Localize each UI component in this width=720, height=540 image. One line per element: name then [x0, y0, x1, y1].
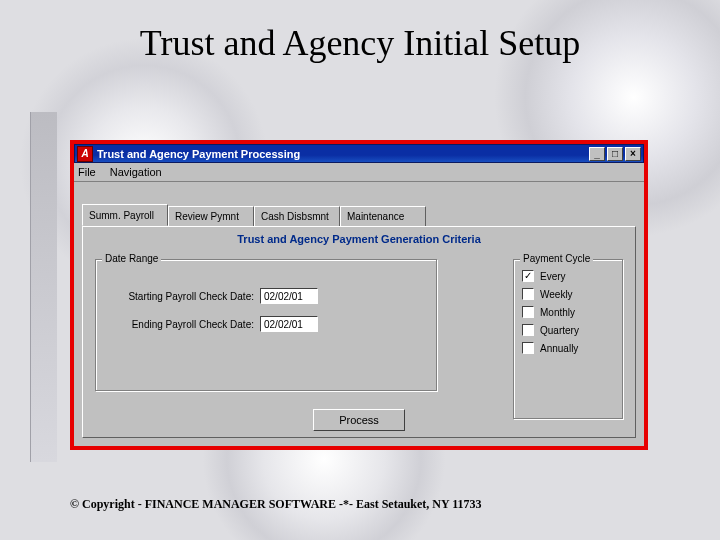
- cycle-option-every[interactable]: ✓ Every: [522, 270, 614, 282]
- menu-navigation[interactable]: Navigation: [110, 166, 162, 178]
- cycle-option-annually[interactable]: Annually: [522, 342, 614, 354]
- end-date-input[interactable]: 02/02/01: [260, 316, 318, 332]
- cycle-label: Every: [540, 271, 566, 282]
- date-range-group: Date Range Starting Payroll Check Date: …: [95, 259, 437, 391]
- checkbox-icon: [522, 306, 534, 318]
- app-icon: A: [77, 146, 93, 162]
- window-title: Trust and Agency Payment Processing: [97, 148, 587, 160]
- start-date-label: Starting Payroll Check Date:: [104, 291, 254, 302]
- checkbox-icon: [522, 288, 534, 300]
- slide-title: Trust and Agency Initial Setup: [0, 22, 720, 64]
- payment-cycle-group: Payment Cycle ✓ Every Weekly: [513, 259, 623, 419]
- start-date-input[interactable]: 02/02/01: [260, 288, 318, 304]
- copyright: © Copyright - FINANCE MANAGER SOFTWARE -…: [70, 497, 482, 512]
- cycle-option-weekly[interactable]: Weekly: [522, 288, 614, 300]
- cycle-label: Annually: [540, 343, 578, 354]
- date-range-legend: Date Range: [102, 253, 161, 264]
- cycle-label: Weekly: [540, 289, 573, 300]
- end-date-label: Ending Payroll Check Date:: [104, 319, 254, 330]
- cycle-option-monthly[interactable]: Monthly: [522, 306, 614, 318]
- checkbox-icon: [522, 324, 534, 336]
- client-area: Summ. Payroll Review Pymnt Cash Disbsmnt…: [74, 182, 644, 446]
- tabs-row: Summ. Payroll Review Pymnt Cash Disbsmnt…: [82, 206, 426, 226]
- minimize-button[interactable]: _: [589, 147, 605, 161]
- maximize-button[interactable]: □: [607, 147, 623, 161]
- menu-file[interactable]: File: [78, 166, 96, 178]
- tab-maintenance[interactable]: Maintenance: [340, 206, 426, 226]
- tab-summ-payroll[interactable]: Summ. Payroll: [82, 204, 168, 226]
- menubar: File Navigation: [74, 163, 644, 182]
- process-button[interactable]: Process: [313, 409, 405, 431]
- payment-cycle-legend: Payment Cycle: [520, 253, 593, 264]
- cycle-label: Quartery: [540, 325, 579, 336]
- tab-body: Trust and Agency Payment Generation Crit…: [82, 226, 636, 438]
- checkbox-icon: ✓: [522, 270, 534, 282]
- cycle-label: Monthly: [540, 307, 575, 318]
- tab-review-pymnt[interactable]: Review Pymnt: [168, 206, 254, 226]
- screenshot-frame: A Trust and Agency Payment Processing _ …: [70, 140, 648, 450]
- tab-cash-disbsmnt[interactable]: Cash Disbsmnt: [254, 206, 340, 226]
- titlebar: A Trust and Agency Payment Processing _ …: [74, 144, 644, 163]
- panel-title: Trust and Agency Payment Generation Crit…: [83, 233, 635, 245]
- close-button[interactable]: ×: [625, 147, 641, 161]
- checkbox-icon: [522, 342, 534, 354]
- cycle-option-quartery[interactable]: Quartery: [522, 324, 614, 336]
- app-window: A Trust and Agency Payment Processing _ …: [74, 144, 644, 446]
